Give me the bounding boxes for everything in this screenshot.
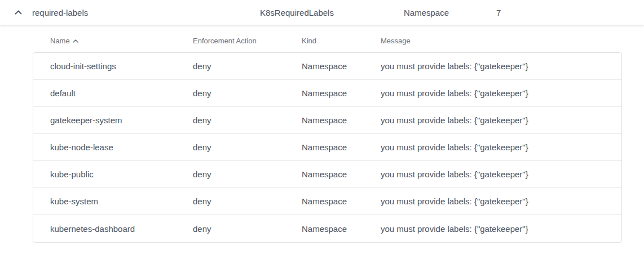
- table-row: kube-node-lease deny Namespace you must …: [33, 134, 621, 161]
- table-row: cloud-init-settings deny Namespace you m…: [33, 53, 621, 80]
- cell-kind: Namespace: [302, 61, 381, 71]
- constraint-name: required-labels: [32, 8, 260, 17]
- cell-kind: Namespace: [302, 142, 381, 152]
- cell-enforcement-action: deny: [193, 169, 302, 179]
- table-row: gatekeeper-system deny Namespace you mus…: [33, 107, 621, 134]
- cell-name: kube-system: [50, 196, 193, 206]
- cell-name: gatekeeper-system: [50, 115, 193, 125]
- sort-ascending-icon: [73, 39, 78, 43]
- column-header-message[interactable]: Message: [381, 37, 622, 45]
- table-row: kube-public deny Namespace you must prov…: [33, 161, 621, 188]
- cell-message: you must provide labels: {"gatekeeper"}: [381, 169, 621, 179]
- constraint-kind: Namespace: [404, 8, 496, 17]
- cell-name: cloud-init-settings: [50, 61, 193, 71]
- table-row: kubernetes-dashboard deny Namespace you …: [33, 215, 621, 242]
- column-header-name[interactable]: Name: [50, 37, 193, 45]
- cell-enforcement-action: deny: [193, 196, 302, 206]
- column-header-enforcement-action[interactable]: Enforcement Action: [193, 37, 302, 45]
- cell-message: you must provide labels: {"gatekeeper"}: [381, 88, 621, 98]
- cell-kind: Namespace: [302, 115, 381, 125]
- constraint-template: K8sRequiredLabels: [260, 8, 404, 17]
- cell-name: kube-node-lease: [50, 142, 193, 152]
- cell-name: default: [50, 88, 193, 98]
- cell-enforcement-action: deny: [193, 142, 302, 152]
- cell-kind: Namespace: [302, 196, 381, 206]
- constraint-group-header[interactable]: required-labels K8sRequiredLabels Namesp…: [0, 0, 644, 25]
- cell-message: you must provide labels: {"gatekeeper"}: [381, 142, 621, 152]
- cell-name: kubernetes-dashboard: [50, 224, 193, 234]
- cell-name: kube-public: [50, 169, 193, 179]
- cell-kind: Namespace: [302, 169, 381, 179]
- cell-message: you must provide labels: {"gatekeeper"}: [381, 224, 621, 234]
- cell-enforcement-action: deny: [193, 224, 302, 234]
- table-row: kube-system deny Namespace you must prov…: [33, 188, 621, 215]
- table-body: cloud-init-settings deny Namespace you m…: [33, 52, 622, 243]
- chevron-up-icon: [15, 10, 22, 15]
- column-header-kind[interactable]: Kind: [302, 37, 381, 45]
- table-header-row: Name Enforcement Action Kind Message: [33, 25, 622, 52]
- cell-kind: Namespace: [302, 224, 381, 234]
- collapse-toggle[interactable]: [0, 10, 32, 15]
- violation-count: 7: [496, 8, 644, 17]
- cell-enforcement-action: deny: [193, 115, 302, 125]
- cell-enforcement-action: deny: [193, 88, 302, 98]
- cell-message: you must provide labels: {"gatekeeper"}: [381, 115, 621, 125]
- table-row: default deny Namespace you must provide …: [33, 80, 621, 107]
- cell-kind: Namespace: [302, 88, 381, 98]
- cell-message: you must provide labels: {"gatekeeper"}: [381, 196, 621, 206]
- cell-enforcement-action: deny: [193, 61, 302, 71]
- violations-table: Name Enforcement Action Kind Message clo…: [33, 25, 622, 243]
- cell-message: you must provide labels: {"gatekeeper"}: [381, 61, 621, 71]
